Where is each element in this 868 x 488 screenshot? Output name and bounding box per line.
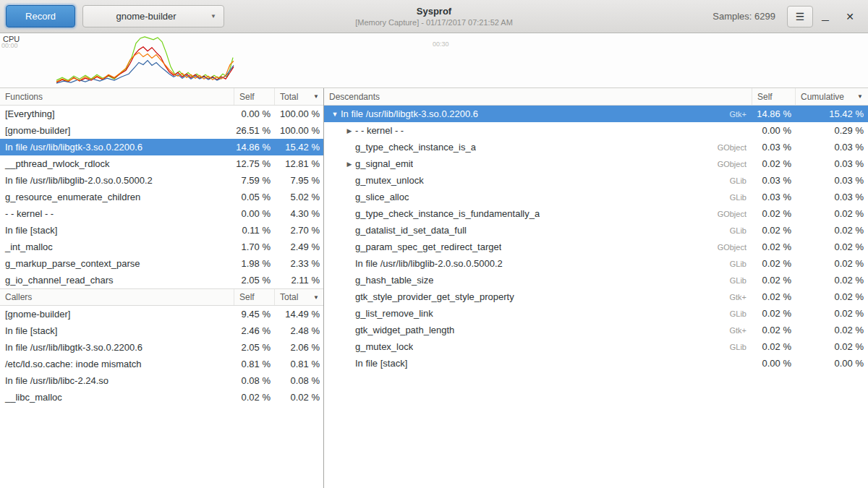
capture-subtitle: [Memory Capture] - 01/17/2017 07:21:52 A… [355, 18, 513, 27]
functions-column-header[interactable]: Functions [0, 88, 234, 105]
table-row[interactable]: In file /usr/lib/libglib-2.0.so.0.5000.2… [0, 172, 323, 189]
tree-name-cell: g_mutex_lockGLib [324, 338, 752, 355]
total-value: 7.95 % [275, 175, 324, 186]
tree-row[interactable]: g_param_spec_get_redirect_targetGObject0… [324, 239, 868, 255]
cpu-series-orange [56, 53, 234, 82]
total-value: 2.70 % [275, 225, 324, 236]
total-value: 100.00 % [275, 108, 324, 119]
tree-row[interactable]: g_type_check_instance_is_aGObject0.03 %0… [324, 139, 868, 155]
tree-row[interactable]: g_type_check_instance_is_fundamentally_a… [324, 205, 868, 222]
self-value: 0.81 % [234, 359, 275, 369]
cpu-graph[interactable]: CPU 00:00 00:30 [0, 33, 868, 88]
table-row[interactable]: /etc/ld.so.cache: inode mismatch0.81 %0.… [0, 356, 323, 372]
cumulative-value: 0.00 % [796, 358, 868, 369]
library-tag: Gtk+ [729, 326, 752, 335]
self-value: 1.98 % [234, 258, 275, 269]
table-row[interactable]: [gnome-builder]9.45 %14.49 % [0, 306, 323, 322]
hamburger-icon: ☰ [796, 11, 805, 22]
table-row[interactable]: [Everything]0.00 %100.00 % [0, 106, 323, 122]
self-column-header[interactable]: Self [752, 88, 796, 105]
function-name: In file [stack] [0, 322, 234, 339]
tree-row[interactable]: g_datalist_id_set_data_fullGLib0.02 %0.0… [324, 222, 868, 239]
tree-row[interactable]: ▼In file /usr/lib/libgtk-3.so.0.2200.6Gt… [324, 106, 868, 122]
self-value: 0.02 % [752, 158, 796, 169]
function-name: g_signal_emit [355, 158, 413, 169]
total-column-header[interactable]: Total▼ [275, 88, 324, 105]
self-value: 0.02 % [752, 225, 796, 236]
self-value: 0.05 % [234, 192, 275, 202]
tree-row[interactable]: gtk_widget_path_lengthGtk+0.02 %0.02 % [324, 322, 868, 338]
self-column-header[interactable]: Self [234, 289, 275, 305]
expander-icon[interactable]: ▶ [344, 127, 355, 134]
descendants-column-header[interactable]: Descendants [324, 88, 752, 105]
function-name: __libc_malloc [0, 389, 234, 406]
table-row[interactable]: In file /usr/lib/libgtk-3.so.0.2200.62.0… [0, 339, 323, 356]
self-column-label: Self [239, 92, 255, 102]
table-row[interactable]: __libc_malloc0.02 %0.02 % [0, 389, 323, 406]
table-row[interactable]: g_resource_enumerate_children0.05 %5.02 … [0, 189, 323, 205]
tree-row[interactable]: g_hash_table_sizeGLib0.02 %0.02 % [324, 272, 868, 288]
functions-column-label: Functions [5, 92, 43, 102]
function-name: _int_malloc [0, 239, 234, 255]
function-name: g_slice_alloc [355, 192, 409, 202]
close-button[interactable]: ✕ [838, 6, 862, 27]
tree-name-cell: g_mutex_unlockGLib [324, 172, 752, 189]
expander-icon[interactable]: ▶ [344, 160, 355, 168]
function-name: gtk_widget_path_length [355, 325, 454, 335]
tree-name-cell: g_param_spec_get_redirect_targetGObject [324, 239, 752, 255]
self-value: 9.45 % [234, 309, 275, 320]
self-value: 2.05 % [234, 342, 275, 353]
cumulative-value: 0.02 % [796, 208, 868, 219]
callers-column-header[interactable]: Callers [0, 289, 234, 305]
cumulative-value: 0.03 % [796, 175, 868, 186]
record-button[interactable]: Record [6, 5, 75, 27]
table-row[interactable]: __pthread_rwlock_rdlock12.75 %12.81 % [0, 155, 323, 172]
sysprof-window: Record gnome-builder ▼ Sysprof [Memory C… [0, 0, 868, 488]
tree-row[interactable]: ▶- - kernel - -0.00 %0.29 % [324, 122, 868, 139]
minimize-button[interactable]: ─ [813, 6, 838, 27]
cumulative-value: 0.02 % [796, 291, 868, 302]
table-row[interactable]: _int_malloc1.70 %2.49 % [0, 239, 323, 255]
cpu-series-green [56, 37, 233, 80]
cumulative-value: 0.02 % [796, 325, 868, 335]
self-value: 0.00 % [234, 108, 275, 119]
self-value: 0.02 % [752, 325, 796, 335]
cumulative-value: 0.03 % [796, 192, 868, 202]
self-column-header[interactable]: Self [234, 88, 275, 105]
function-name: In file /usr/lib/libgtk-3.so.0.2200.6 [0, 339, 234, 356]
total-value: 2.33 % [275, 258, 324, 269]
tree-row[interactable]: gtk_style_provider_get_style_propertyGtk… [324, 288, 868, 305]
expander-icon[interactable]: ▼ [329, 111, 341, 118]
table-row[interactable]: In file [stack]0.11 %2.70 % [0, 222, 323, 239]
tree-name-cell: g_type_check_instance_is_fundamentally_a… [324, 205, 752, 222]
cumulative-value: 0.02 % [796, 241, 868, 252]
function-name: In file /usr/lib/libglib-2.0.so.0.5000.2 [0, 172, 234, 189]
process-selector[interactable]: gnome-builder ▼ [82, 5, 224, 27]
library-tag: GObject [718, 143, 752, 152]
tree-row[interactable]: In file [stack]0.00 %0.00 % [324, 355, 868, 372]
cumulative-column-header[interactable]: Cumulative▼ [796, 88, 868, 105]
library-tag: GLib [730, 226, 752, 235]
tree-row[interactable]: g_mutex_lockGLib0.02 %0.02 % [324, 338, 868, 355]
table-row[interactable]: - - kernel - -0.00 %4.30 % [0, 205, 323, 222]
tree-row[interactable]: g_slice_allocGLib0.03 %0.03 % [324, 189, 868, 205]
tree-name-cell: gtk_style_provider_get_style_propertyGtk… [324, 288, 752, 305]
cumulative-value: 15.42 % [796, 108, 868, 119]
library-tag: Gtk+ [729, 110, 752, 119]
tree-row[interactable]: In file /usr/lib/libglib-2.0.so.0.5000.2… [324, 255, 868, 272]
function-name: g_resource_enumerate_children [0, 189, 234, 205]
self-value: 0.03 % [752, 142, 796, 153]
table-row[interactable]: g_markup_parse_context_parse1.98 %2.33 % [0, 255, 323, 272]
table-row[interactable]: g_io_channel_read_chars2.05 %2.11 % [0, 272, 323, 288]
table-row[interactable]: In file [stack]2.46 %2.48 % [0, 322, 323, 339]
tree-name-cell: In file [stack] [324, 355, 752, 372]
function-name: [gnome-builder] [0, 306, 234, 322]
tree-row[interactable]: ▶g_signal_emitGObject0.02 %0.03 % [324, 155, 868, 172]
table-row[interactable]: In file /usr/lib/libgtk-3.so.0.2200.614.… [0, 139, 323, 155]
table-row[interactable]: In file /usr/lib/libc-2.24.so0.08 %0.08 … [0, 372, 323, 389]
total-column-header[interactable]: Total▼ [275, 289, 324, 305]
table-row[interactable]: [gnome-builder]26.51 %100.00 % [0, 122, 323, 139]
tree-row[interactable]: g_mutex_unlockGLib0.03 %0.03 % [324, 172, 868, 189]
menu-button[interactable]: ☰ [787, 6, 813, 27]
tree-row[interactable]: g_list_remove_linkGLib0.02 %0.02 % [324, 305, 868, 322]
